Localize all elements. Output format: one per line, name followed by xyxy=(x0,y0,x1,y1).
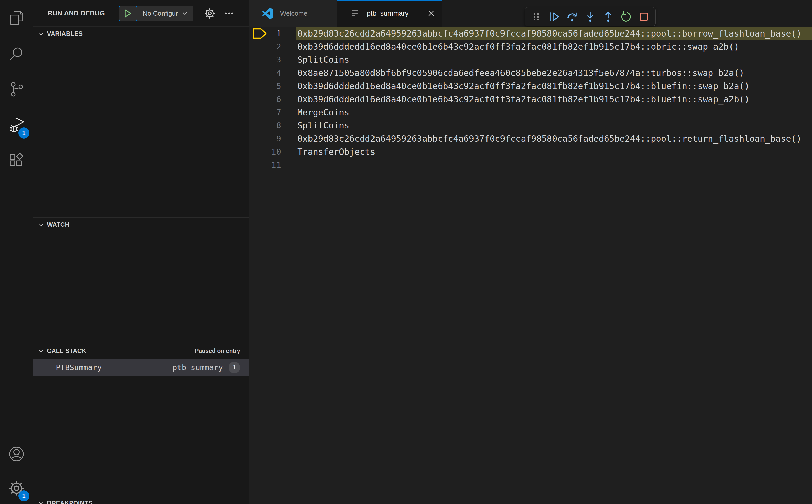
code-text: 0xb29d83c26cdd2a64959263abbcfc4a6937f0c9… xyxy=(297,133,802,144)
line-number: 2 xyxy=(269,42,281,52)
debug-current-line-arrow-icon xyxy=(249,27,269,40)
debug-settings-gear-icon[interactable] xyxy=(204,8,215,19)
breakpoint-gutter[interactable] xyxy=(249,66,269,79)
code-line[interactable]: 6 0xb39d6dddedd16ed8a40ce0b1e6b43c92acf0… xyxy=(249,93,812,106)
variables-section: VARIABLES xyxy=(33,27,249,217)
extensions-icon[interactable] xyxy=(0,144,33,177)
explorer-icon[interactable] xyxy=(0,1,33,35)
code-text: SplitCoins xyxy=(297,120,349,130)
debug-config-label: No Configur xyxy=(143,10,178,18)
breakpoint-gutter[interactable] xyxy=(249,106,269,119)
code-text: 0xb39d6dddedd16ed8a40ce0b1e6b43c92acf0ff… xyxy=(297,94,750,104)
line-number: 9 xyxy=(269,134,281,143)
call-stack-frame-row[interactable]: PTBSummary ptb_summary 1 xyxy=(33,359,249,376)
step-into-button[interactable] xyxy=(582,9,598,25)
tab-ptb-summary-label: ptb_summary xyxy=(367,10,409,18)
line-number: 6 xyxy=(269,94,281,104)
watch-section-header[interactable]: WATCH xyxy=(33,218,249,231)
chevron-down-icon xyxy=(38,348,44,354)
tab-welcome[interactable]: Welcome xyxy=(249,0,337,27)
debug-badge: 1 xyxy=(18,127,29,139)
code-text: 0x8ae871505a80d8bf6bf9c05906cda6edfeea46… xyxy=(297,68,744,78)
line-number: 4 xyxy=(269,68,281,78)
code-text: 0xb39d6dddedd16ed8a40ce0b1e6b43c92acf0ff… xyxy=(297,42,739,52)
settings-gear-icon[interactable]: 1 xyxy=(0,472,33,504)
run-and-debug-sidebar: RUN AND DEBUG No Configur VARIABLES WATC… xyxy=(33,0,249,504)
line-number: 8 xyxy=(269,121,281,130)
line-number: 3 xyxy=(269,55,281,64)
code-line[interactable]: 8 SplitCoins xyxy=(249,119,812,132)
call-stack-section-header[interactable]: CALL STACK Paused on entry xyxy=(33,344,249,358)
breakpoint-gutter[interactable] xyxy=(249,119,269,132)
breakpoint-gutter[interactable] xyxy=(249,132,269,145)
code-text: TransferObjects xyxy=(297,147,375,157)
breakpoint-gutter[interactable] xyxy=(249,93,269,106)
code-line[interactable]: 4 0x8ae871505a80d8bf6bf9c05906cda6edfeea… xyxy=(249,66,812,79)
line-number: 7 xyxy=(269,108,281,117)
code-line[interactable]: 5 0xb39d6dddedd16ed8a40ce0b1e6b43c92acf0… xyxy=(249,79,812,93)
code-text: 0xb29d83c26cdd2a64959263abbcfc4a6937f0c9… xyxy=(297,28,802,39)
sidebar-titlebar: RUN AND DEBUG No Configur xyxy=(33,0,248,27)
activity-bar: 1 1 xyxy=(0,0,33,504)
chevron-down-icon xyxy=(38,500,44,504)
start-debugging-button[interactable] xyxy=(119,6,137,21)
line-number: 11 xyxy=(269,160,281,170)
continue-button[interactable] xyxy=(547,9,563,25)
settings-badge: 1 xyxy=(18,490,29,501)
code-line[interactable]: 7 MergeCoins xyxy=(249,106,812,119)
run-and-debug-icon[interactable]: 1 xyxy=(0,109,33,142)
frame-file-name: ptb_summary xyxy=(172,363,223,372)
list-file-icon xyxy=(352,9,361,18)
breakpoint-gutter[interactable] xyxy=(249,40,269,53)
line-number: 10 xyxy=(269,147,281,157)
editor-group: Welcome ptb_summary xyxy=(249,0,812,504)
breakpoint-gutter[interactable] xyxy=(249,158,269,172)
variables-section-header[interactable]: VARIABLES xyxy=(33,27,249,41)
breakpoint-gutter[interactable] xyxy=(249,53,269,66)
chevron-down-icon xyxy=(181,10,188,17)
code-text: MergeCoins xyxy=(297,107,349,117)
breakpoint-gutter[interactable] xyxy=(249,145,269,158)
frame-line-badge: 1 xyxy=(228,362,240,373)
code-line[interactable]: 3 SplitCoins xyxy=(249,53,812,66)
line-number: 5 xyxy=(269,81,281,91)
call-stack-section-label: CALL STACK xyxy=(47,347,86,355)
tab-ptb-summary[interactable]: ptb_summary xyxy=(337,0,442,27)
watch-section: WATCH xyxy=(33,217,249,344)
call-stack-section: CALL STACK Paused on entry PTBSummary pt… xyxy=(33,344,249,496)
code-line[interactable]: 9 0xb29d83c26cdd2a64959263abbcfc4a6937f0… xyxy=(249,132,812,145)
line-number: 1 xyxy=(269,29,281,38)
launch-control-group: No Configur xyxy=(119,6,193,21)
close-tab-icon[interactable] xyxy=(427,9,436,18)
code-line[interactable]: 1 0xb29d83c26cdd2a64959263abbcfc4a6937f0… xyxy=(249,27,812,40)
toolbar-drag-gripper[interactable] xyxy=(529,9,544,25)
variables-section-label: VARIABLES xyxy=(47,30,83,37)
accounts-icon[interactable] xyxy=(0,437,33,471)
code-editor[interactable]: 1 0xb29d83c26cdd2a64959263abbcfc4a6937f0… xyxy=(249,27,812,504)
search-icon[interactable] xyxy=(0,37,33,71)
debug-toolbar xyxy=(525,7,656,26)
restart-button[interactable] xyxy=(618,9,634,25)
watch-section-label: WATCH xyxy=(47,221,69,228)
breakpoint-gutter[interactable] xyxy=(249,79,269,93)
stop-button[interactable] xyxy=(636,9,652,25)
frame-thread-name: PTBSummary xyxy=(56,363,102,372)
code-text: SplitCoins xyxy=(297,55,349,65)
chevron-down-icon xyxy=(38,221,44,228)
tab-welcome-label: Welcome xyxy=(280,10,307,18)
more-actions-icon[interactable] xyxy=(223,8,235,19)
vscode-logo-icon xyxy=(262,8,273,19)
breakpoints-section-header[interactable]: BREAKPOINTS xyxy=(33,496,249,504)
code-line[interactable]: 10 TransferObjects xyxy=(249,145,812,158)
step-over-button[interactable] xyxy=(564,9,580,25)
breakpoints-section: BREAKPOINTS xyxy=(33,496,249,504)
code-line[interactable]: 11 xyxy=(249,158,812,172)
call-stack-status: Paused on entry xyxy=(195,348,249,355)
step-out-button[interactable] xyxy=(600,9,616,25)
debug-config-dropdown[interactable]: No Configur xyxy=(137,6,193,21)
sidebar-title: RUN AND DEBUG xyxy=(48,9,105,17)
breakpoints-section-label: BREAKPOINTS xyxy=(47,500,92,504)
source-control-icon[interactable] xyxy=(0,73,33,106)
code-line[interactable]: 2 0xb39d6dddedd16ed8a40ce0b1e6b43c92acf0… xyxy=(249,40,812,53)
chevron-down-icon xyxy=(38,30,44,37)
